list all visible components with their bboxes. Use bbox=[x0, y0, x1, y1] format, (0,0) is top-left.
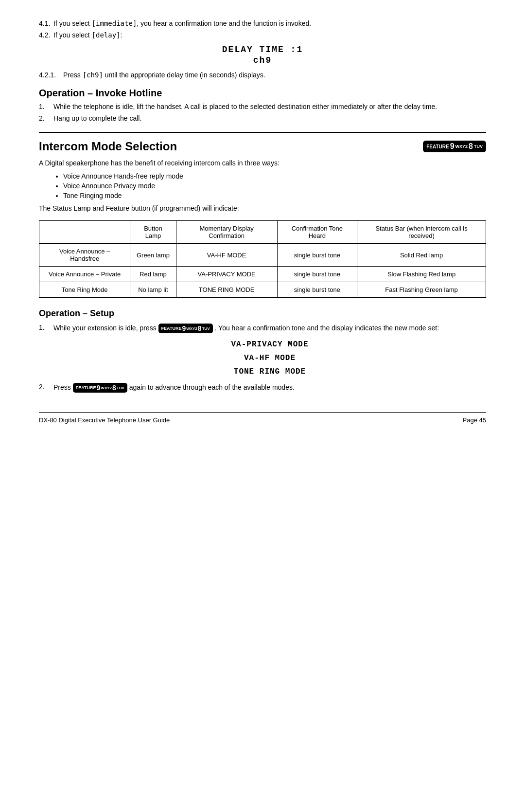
table-body: Voice Announce – Handsfree Green lamp VA… bbox=[39, 244, 486, 298]
table-header-row: Mode Button Lamp Momentary Display Confi… bbox=[39, 221, 486, 244]
page-content: 4.1. If you select [immediate], you hear… bbox=[39, 19, 486, 424]
invoke-item-1-text: While the telephone is idle, lift the ha… bbox=[53, 103, 437, 110]
table-cell-lamp-2: No lamp lit bbox=[130, 282, 176, 298]
invoke-num-1: 1. bbox=[39, 103, 45, 110]
display-mode1: VA-PRIVACY MODE bbox=[53, 340, 486, 349]
invoke-item-2: 2. Hang up to complete the call. bbox=[39, 114, 486, 122]
item-4-2-1-text: Press [ch9] until the appropriate delay … bbox=[63, 71, 265, 79]
item-4-1-text: If you select [immediate], you hear a co… bbox=[53, 19, 311, 27]
display-line1: DELAY TIME :1 bbox=[39, 45, 486, 54]
setup-badge-9: 9 bbox=[182, 325, 186, 332]
badge-sup-wxy2: WXY2 bbox=[455, 144, 468, 149]
table-cell-lamp-1: Red lamp bbox=[130, 267, 176, 282]
table-row: Tone Ring Mode No lamp lit TONE RING MOD… bbox=[39, 282, 486, 298]
display-line2: ch9 bbox=[39, 55, 486, 65]
setup-item-1: 1. While your extension is idle, press F… bbox=[39, 324, 486, 333]
setup-item-2-pre: Press bbox=[53, 383, 71, 391]
table-cell-status-0: Solid Red lamp bbox=[357, 244, 486, 267]
badge-sup-tuv: TUV bbox=[474, 144, 483, 149]
table-row: Voice Announce – Private Red lamp VA-PRI… bbox=[39, 267, 486, 282]
table-cell-momentary-2: TONE RING MODE bbox=[176, 282, 277, 298]
table-cell-lamp-0: Green lamp bbox=[130, 244, 176, 267]
table-header-confirmation: Confirmation Tone Heard bbox=[277, 221, 357, 244]
setup-badge-tuv: TUV bbox=[202, 326, 210, 331]
setup-num-2: 2. bbox=[39, 383, 45, 391]
setup2-badge-9: 9 bbox=[97, 384, 101, 392]
intercom-header: Intercom Mode Selection FEATURE 9WXY2 8T… bbox=[39, 140, 486, 153]
setup2-badge-wxy2: WXY2 bbox=[101, 386, 112, 390]
setup-item-1-content: While your extension is idle, press FEAT… bbox=[53, 324, 439, 332]
table-cell-mode-1: Voice Announce – Private bbox=[39, 267, 130, 282]
setup-badge-wxy2: WXY2 bbox=[186, 326, 197, 331]
display-modes-container: VA-PRIVACY MODE VA-HF MODE TONE RING MOD… bbox=[53, 340, 486, 376]
feature-badge: FEATURE 9WXY2 8TUV bbox=[423, 141, 486, 152]
intercom-bullet-list: Voice Announce Hands-free reply mode Voi… bbox=[39, 172, 486, 199]
badge-feature-text: FEATURE bbox=[426, 144, 449, 149]
table-cell-confirmation-0: single burst tone bbox=[277, 244, 357, 267]
setup-inline-badge: FEATURE 9WXY2 8TUV bbox=[158, 324, 213, 333]
setup-item-2-content: Press FEATURE 9WXY2 8TUV again to advanc… bbox=[53, 383, 295, 391]
item-4-2-number: 4.2. bbox=[39, 31, 50, 39]
badge-digit-9: 9 bbox=[450, 142, 455, 151]
setup2-badge-tuv: TUV bbox=[117, 386, 124, 390]
display-mode2: VA-HF MODE bbox=[53, 354, 486, 362]
display-mode3: TONE RING MODE bbox=[53, 367, 486, 376]
intercom-title: Intercom Mode Selection bbox=[39, 140, 177, 153]
item-4-2-text: If you select [delay]: bbox=[53, 31, 122, 39]
display-block-container: DELAY TIME :1 ch9 bbox=[39, 45, 486, 65]
bullet-item-3: Tone Ringing mode bbox=[63, 192, 486, 199]
operation-invoke-section: Operation – Invoke Hotline 1. While the … bbox=[39, 88, 486, 122]
intercom-desc: A Digital speakerphone has the benefit o… bbox=[39, 158, 486, 168]
setup-badge-8: 8 bbox=[198, 325, 202, 332]
setup-item-1-pre: While your extension is idle, press bbox=[53, 324, 157, 332]
status-lamp-text: The Status Lamp and Feature button (if p… bbox=[39, 203, 486, 214]
table-header-momentary: Momentary Display Confirmation bbox=[176, 221, 277, 244]
table-header-status-bar: Status Bar (when intercom call is receiv… bbox=[357, 221, 486, 244]
operation-invoke-heading: Operation – Invoke Hotline bbox=[39, 88, 486, 99]
table-cell-momentary-0: VA-HF MODE bbox=[176, 244, 277, 267]
mode-table: Mode Button Lamp Momentary Display Confi… bbox=[39, 220, 486, 298]
setup-item-2-post: again to advance through each of the ava… bbox=[129, 383, 295, 391]
item-4-2: 4.2. If you select [delay]: bbox=[39, 31, 486, 39]
invoke-num-2: 2. bbox=[39, 114, 45, 122]
table-cell-confirmation-1: single burst tone bbox=[277, 267, 357, 282]
table-row: Voice Announce – Handsfree Green lamp VA… bbox=[39, 244, 486, 267]
item-4-1: 4.1. If you select [immediate], you hear… bbox=[39, 19, 486, 27]
table-cell-mode-2: Tone Ring Mode bbox=[39, 282, 130, 298]
item-4-2-1: 4.2.1. Press [ch9] until the appropriate… bbox=[39, 71, 486, 79]
setup-badge-feature: FEATURE bbox=[161, 326, 182, 331]
setup-item-2: 2. Press FEATURE 9WXY2 8TUV again to adv… bbox=[39, 383, 486, 393]
table-cell-status-1: Slow Flashing Red lamp bbox=[357, 267, 486, 282]
footer-right: Page 45 bbox=[463, 416, 486, 424]
table-header-mode: Mode bbox=[39, 221, 130, 244]
invoke-item-1: 1. While the telephone is idle, lift the… bbox=[39, 103, 486, 110]
bullet-item-1: Voice Announce Hands-free reply mode bbox=[63, 172, 486, 180]
table-cell-confirmation-2: single burst tone bbox=[277, 282, 357, 298]
table-cell-mode-0: Voice Announce – Handsfree bbox=[39, 244, 130, 267]
badge-digit-8: 8 bbox=[469, 142, 473, 151]
setup-num-1: 1. bbox=[39, 324, 45, 331]
item-4-2-1-number: 4.2.1. bbox=[39, 71, 56, 79]
intercom-section: Intercom Mode Selection FEATURE 9WXY2 8T… bbox=[39, 132, 486, 298]
table-cell-momentary-1: VA-PRIVACY MODE bbox=[176, 267, 277, 282]
setup2-badge-8: 8 bbox=[112, 384, 116, 392]
footer: DX-80 Digital Executive Telephone User G… bbox=[39, 412, 486, 424]
bullet-item-2: Voice Announce Privacy mode bbox=[63, 182, 486, 190]
item-4-1-number: 4.1. bbox=[39, 19, 50, 27]
setup-inline-badge-2: FEATURE 9WXY2 8TUV bbox=[73, 383, 127, 393]
operation-setup-section: Operation – Setup 1. While your extensio… bbox=[39, 308, 486, 393]
invoke-item-2-text: Hang up to complete the call. bbox=[53, 114, 141, 122]
footer-left: DX-80 Digital Executive Telephone User G… bbox=[39, 416, 170, 424]
table-header-button-lamp: Button Lamp bbox=[130, 221, 176, 244]
operation-setup-heading: Operation – Setup bbox=[39, 308, 486, 319]
setup-item-1-post: . You hear a confirmation tone and the d… bbox=[215, 324, 439, 332]
setup2-badge-feature: FEATURE bbox=[76, 385, 96, 390]
table-cell-status-2: Fast Flashing Green lamp bbox=[357, 282, 486, 298]
